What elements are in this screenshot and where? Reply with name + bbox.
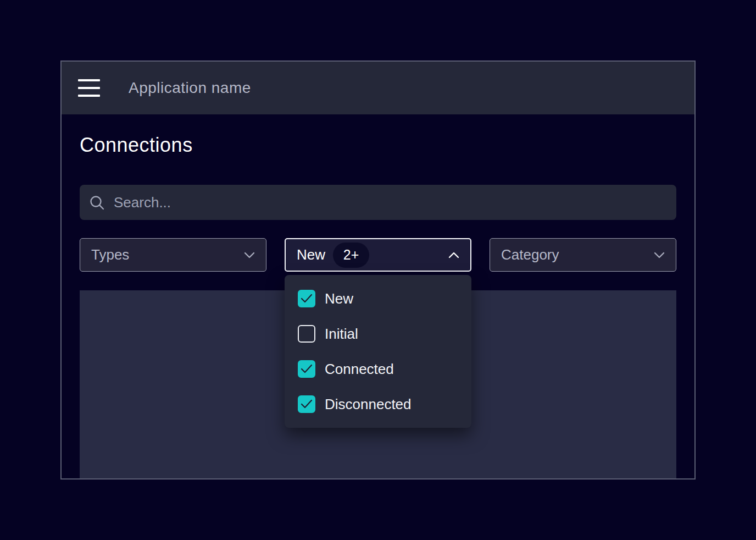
app-header: Application name <box>62 62 694 114</box>
chevron-up-icon <box>448 252 459 258</box>
app-title: Application name <box>129 79 251 97</box>
option-label: Initial <box>325 326 358 343</box>
category-filter-dropdown[interactable]: Category <box>490 238 676 272</box>
checkbox-icon[interactable] <box>298 290 315 307</box>
option-label: Connected <box>325 361 394 378</box>
option-label: Disconnected <box>325 396 412 413</box>
menu-icon[interactable] <box>78 79 100 97</box>
status-option-initial[interactable]: Initial <box>298 325 458 343</box>
types-filter-dropdown[interactable]: Types <box>80 238 266 272</box>
status-option-connected[interactable]: Connected <box>298 360 458 378</box>
status-filter-group: New 2+ New <box>285 238 471 272</box>
status-option-disconnected[interactable]: Disconnected <box>298 395 458 413</box>
search-bar[interactable] <box>80 185 676 220</box>
filter-row: Types New 2+ <box>80 238 676 272</box>
status-option-new[interactable]: New <box>298 290 458 307</box>
status-count-badge: 2+ <box>333 243 369 268</box>
page-title: Connections <box>80 135 676 156</box>
category-filter-label: Category <box>501 246 559 263</box>
status-dropdown-menu: New Initial <box>285 275 471 428</box>
page-background: Application name Connections Types <box>0 0 756 540</box>
status-filter-label: New <box>297 246 325 263</box>
checkmark-icon <box>301 294 313 304</box>
checkbox-icon[interactable] <box>298 325 315 343</box>
checkbox-icon[interactable] <box>298 360 315 378</box>
types-filter-label: Types <box>91 246 129 263</box>
checkmark-icon <box>301 399 313 409</box>
chevron-down-icon <box>654 252 665 258</box>
option-label: New <box>325 290 353 307</box>
chevron-down-icon <box>244 252 255 258</box>
checkbox-icon[interactable] <box>298 395 315 413</box>
search-input[interactable] <box>114 194 666 211</box>
checkmark-icon <box>301 364 313 374</box>
search-icon <box>90 195 104 210</box>
app-window: Application name Connections Types <box>60 60 696 480</box>
main-content: Connections Types New <box>62 135 694 478</box>
status-filter-dropdown[interactable]: New 2+ <box>285 238 471 272</box>
